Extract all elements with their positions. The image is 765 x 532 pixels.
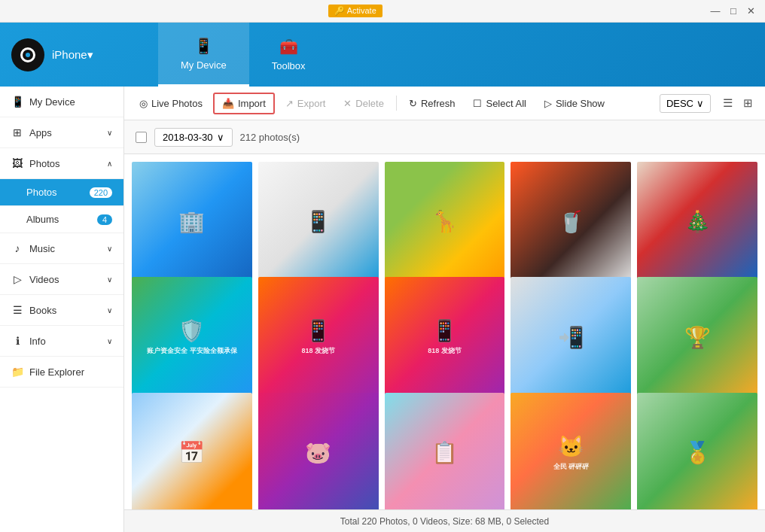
sidebar-my-device-label: My Device [29,96,112,108]
refresh-button[interactable]: ↻ Refresh [401,94,463,113]
sidebar-item-my-device[interactable]: 📱 My Device [0,87,123,117]
sidebar-photos-sub-label: Photos [26,187,84,198]
date-value: 2018-03-30 [163,132,213,143]
sort-dropdown[interactable]: DESC ∨ [660,94,711,113]
list-view-button[interactable]: ☰ [718,93,737,113]
date-selector[interactable]: 2018-03-30 ∨ [154,128,233,147]
photo-item[interactable]: 📋 [385,393,505,509]
photo-item[interactable]: 📱818 发烧节 [385,277,505,397]
date-checkbox[interactable] [136,132,147,143]
sidebar-music-label: Music [29,243,101,254]
sidebar: 📱 My Device ⊞ Apps ∨ 🖼 Photos ∧ Photos 2… [0,87,124,532]
nav-my-device-label: My Device [181,59,227,71]
export-button[interactable]: ↗ Export [278,94,334,113]
sidebar-item-albums-sub[interactable]: Albums 4 [0,206,123,233]
device-name[interactable]: iPhone▾ [52,48,93,62]
app-logo [11,38,44,71]
sidebar-albums-label: Albums [26,214,91,225]
sidebar-photos-label: Photos [29,158,101,169]
date-arrow-icon: ∨ [217,132,224,143]
minimize-button[interactable]: — [708,4,723,19]
photo-item[interactable]: 📱 [258,162,379,282]
date-bar: 2018-03-30 ∨ 212 photos(s) [124,120,765,154]
info-arrow: ∨ [107,337,112,345]
export-icon: ↗ [285,98,294,109]
slide-show-icon: ▷ [544,98,552,109]
device-icon: 📱 [11,96,23,108]
delete-icon: ✕ [343,98,352,109]
apps-icon: ⊞ [11,126,23,138]
close-button[interactable]: ✕ [744,4,759,19]
photo-item[interactable]: 🏢 [132,162,252,282]
sidebar-item-info[interactable]: ℹ Info ∨ [0,326,123,357]
albums-badge: 4 [97,214,112,225]
sidebar-item-music[interactable]: ♪ Music ∨ [0,233,123,264]
statusbar: Total 220 Photos, 0 Videos, Size: 68 MB,… [124,509,765,532]
photo-item[interactable]: 🦒 [385,162,505,282]
sidebar-item-books[interactable]: ☰ Books ∨ [0,295,123,326]
music-arrow: ∨ [107,245,112,253]
sidebar-info-label: Info [29,336,101,347]
file-explorer-icon: 📁 [11,366,23,378]
photo-item[interactable]: 📱818 发烧节 [258,277,379,397]
photos-arrow: ∧ [107,160,112,168]
separator-1 [396,96,397,111]
videos-icon: ▷ [11,273,23,285]
slide-show-button[interactable]: ▷ Slide Show [537,94,612,113]
live-photos-button[interactable]: ◎ Live Photos [132,94,210,113]
select-all-icon: ☐ [473,98,482,109]
photo-item[interactable]: 🏆 [637,277,757,397]
toolbox-icon: 🧰 [279,38,298,56]
nav-my-device[interactable]: 📱 My Device [158,23,249,87]
sidebar-item-photos[interactable]: 🖼 Photos ∧ [0,148,123,179]
sidebar-books-label: Books [29,305,101,316]
nav-toolbox[interactable]: 🧰 Toolbox [249,23,328,87]
import-icon: 📥 [222,98,234,109]
apps-arrow: ∨ [107,129,112,137]
info-icon: ℹ [11,335,23,347]
photos-badge: 220 [90,187,112,198]
photo-item[interactable]: 📲 [511,277,631,397]
titlebar: 🔑 Activate — □ ✕ [0,0,765,23]
books-arrow: ∨ [107,306,112,315]
music-icon: ♪ [11,242,23,254]
nav-toolbox-label: Toolbox [272,60,306,71]
photo-item[interactable]: 🎄 [637,162,757,282]
photo-grid: 🏢📱🦒🥤🎄🛡️账户资金安全 平安险全额承保📱818 发烧节📱818 发烧节📲🏆📅… [124,154,765,509]
refresh-icon: ↻ [409,98,417,109]
sort-arrow-icon: ∨ [696,98,704,109]
photo-item[interactable]: 🐷 [258,393,379,509]
content-area: ◎ Live Photos 📥 Import ↗ Export ✕ Delete… [124,87,765,532]
videos-arrow: ∨ [107,275,112,284]
sidebar-item-photos-sub[interactable]: Photos 220 [0,179,123,206]
toolbar: ◎ Live Photos 📥 Import ↗ Export ✕ Delete… [124,87,765,120]
activate-button[interactable]: 🔑 Activate [328,5,382,17]
sidebar-item-apps[interactable]: ⊞ Apps ∨ [0,117,123,148]
device-icon: 📱 [194,37,213,55]
header: iPhone▾ 📱 My Device 🧰 Toolbox [0,23,765,87]
photo-item[interactable]: 🏅 [637,393,757,509]
header-nav: 📱 My Device 🧰 Toolbox [158,23,765,87]
maximize-button[interactable]: □ [726,4,741,19]
sidebar-apps-label: Apps [29,127,101,138]
photo-item[interactable]: 🛡️账户资金安全 平安险全额承保 [132,277,252,397]
sidebar-videos-label: Videos [29,274,101,285]
live-photos-icon: ◎ [139,98,148,109]
logo-icon [20,47,35,62]
sidebar-item-file-explorer[interactable]: 📁 File Explorer [0,357,123,388]
grid-view-button[interactable]: ⊞ [739,93,757,113]
sidebar-item-videos[interactable]: ▷ Videos ∨ [0,264,123,295]
books-icon: ☰ [11,304,23,316]
photo-count: 212 photos(s) [240,132,300,143]
photo-item[interactable]: 🥤 [511,162,631,282]
photos-icon: 🖼 [11,157,23,169]
view-toggle: ☰ ⊞ [718,93,757,113]
logo-area: iPhone▾ [0,38,158,71]
status-text: Total 220 Photos, 0 Videos, Size: 68 MB,… [340,516,549,527]
main-layout: 📱 My Device ⊞ Apps ∨ 🖼 Photos ∧ Photos 2… [0,87,765,532]
delete-button[interactable]: ✕ Delete [336,94,392,113]
import-button[interactable]: 📥 Import [213,93,275,114]
photo-item[interactable]: 📅 [132,393,252,509]
photo-item[interactable]: 🐱全民 砰砰砰 [511,393,631,509]
select-all-button[interactable]: ☐ Select All [465,94,533,113]
